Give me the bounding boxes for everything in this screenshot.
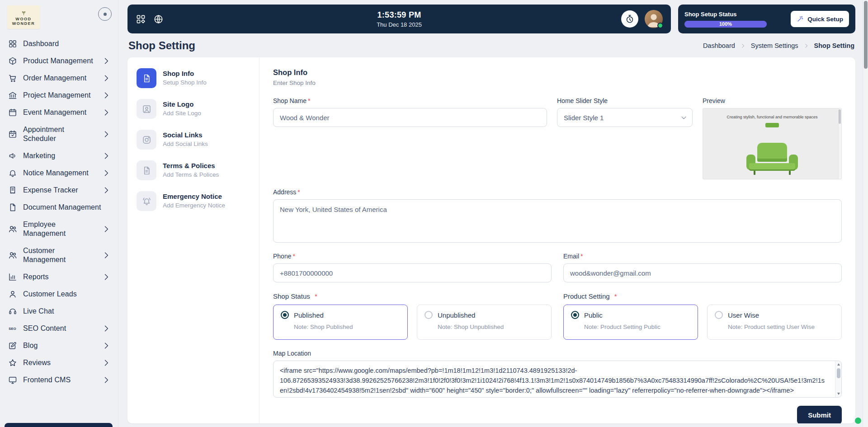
map-location-textarea[interactable]: <iframe src="https://www.google.com/maps… bbox=[273, 361, 842, 398]
scroll-down-arrow-icon[interactable] bbox=[837, 393, 840, 395]
sidebar-item-reviews[interactable]: Reviews bbox=[7, 354, 112, 371]
shop-setup-status-card: Shop Setup Status 100% Quick Setup bbox=[678, 5, 855, 33]
tab-social-links[interactable]: Social Links Add Social Links bbox=[137, 130, 250, 150]
product-setting-option-public[interactable]: Public Note: Product Setting Public bbox=[563, 305, 698, 340]
quick-setup-button[interactable]: Quick Setup bbox=[791, 11, 849, 27]
page-scrollbar-thumb[interactable] bbox=[864, 1, 868, 69]
user-avatar[interactable] bbox=[645, 10, 663, 28]
globe-icon[interactable] bbox=[153, 14, 164, 24]
shop-status-option-unpublished[interactable]: Unpublished Note: Shop Unpublished bbox=[417, 305, 552, 340]
online-status-dot bbox=[657, 23, 663, 28]
shop-status-option-published[interactable]: Published Note: Shop Published bbox=[273, 305, 408, 340]
employee-users-icon bbox=[8, 225, 17, 234]
sidebar-item-customer-leads[interactable]: Customer Leads bbox=[7, 286, 112, 303]
chevron-right-icon bbox=[102, 225, 111, 234]
form-subheading: Enter Shop Info bbox=[273, 80, 842, 86]
phone-input[interactable] bbox=[273, 263, 552, 282]
option-note: Note: Shop Unpublished bbox=[438, 324, 544, 330]
logo-text-line1: WOOD bbox=[9, 17, 38, 21]
tab-terms-polices[interactable]: Terms & Polices Add Terms & Polices bbox=[137, 160, 250, 180]
sidebar-item-seo-content[interactable]: SEO SEO Content bbox=[7, 320, 112, 337]
product-setting-option-user-wise[interactable]: User Wise Note: Product setting User Wis… bbox=[707, 305, 842, 340]
sidebar-item-employee-management[interactable]: Employee Management bbox=[7, 216, 112, 242]
sidebar-item-partial[interactable] bbox=[5, 423, 113, 427]
address-textarea[interactable]: New York, United States of America bbox=[273, 199, 842, 243]
sidebar-item-event-management[interactable]: Event Management bbox=[7, 104, 112, 121]
logo-text-line2: WONDER bbox=[9, 21, 38, 26]
collapse-dot-icon bbox=[104, 13, 107, 16]
magic-wand-icon bbox=[797, 15, 804, 23]
sidebar-item-document-management[interactable]: Document Management bbox=[7, 199, 112, 216]
chevron-right-icon bbox=[102, 56, 111, 66]
sidebar-item-order-management[interactable]: Order Management bbox=[7, 70, 112, 87]
email-input[interactable] bbox=[563, 263, 842, 282]
project-building-icon bbox=[8, 91, 17, 100]
sidebar-item-customer-management[interactable]: Customer Management bbox=[7, 242, 112, 268]
form-heading: Shop Info bbox=[273, 68, 842, 77]
breadcrumb-dashboard[interactable]: Dashboard bbox=[703, 42, 735, 49]
shop-name-input[interactable] bbox=[273, 108, 547, 127]
reports-chart-icon bbox=[8, 272, 17, 282]
event-calendar-icon bbox=[8, 108, 17, 117]
sidebar-item-frontend-cms[interactable]: Frontend CMS bbox=[7, 371, 112, 389]
sidebar-item-project-management[interactable]: Project Management bbox=[7, 87, 112, 104]
breadcrumb: Dashboard System Settings Shop Setting bbox=[703, 42, 854, 49]
sidebar-item-appointment-scheduler[interactable]: Appointment Scheduler bbox=[7, 121, 112, 147]
expense-receipt-icon bbox=[8, 186, 17, 195]
sidebar-item-product-management[interactable]: Product Management bbox=[7, 52, 112, 70]
sidebar-item-blog[interactable]: Blog bbox=[7, 337, 112, 354]
floating-status-dot[interactable] bbox=[855, 418, 861, 424]
scroll-up-arrow-icon[interactable] bbox=[837, 363, 840, 366]
setup-status-label: Shop Setup Status bbox=[684, 11, 767, 18]
shop-info-file-icon bbox=[137, 68, 156, 88]
submit-button[interactable]: Submit bbox=[797, 406, 842, 423]
chevron-right-icon bbox=[803, 43, 809, 49]
page-title: Shop Setting bbox=[128, 39, 195, 52]
social-links-icon bbox=[137, 130, 156, 150]
chevron-right-icon bbox=[102, 341, 111, 350]
page-scrollbar[interactable] bbox=[863, 0, 868, 427]
radio-unselected-icon[interactable] bbox=[425, 311, 433, 319]
map-location-label: Map Location bbox=[273, 350, 842, 357]
shop-name-label: Shop Name* bbox=[273, 97, 547, 104]
address-label: Address* bbox=[273, 188, 842, 196]
sidebar-item-reports[interactable]: Reports bbox=[7, 268, 112, 286]
frontend-monitor-icon bbox=[8, 375, 17, 385]
home-slider-style-label: Home Slider Style bbox=[557, 97, 693, 104]
tab-site-logo[interactable]: Site Logo Add Site Logo bbox=[137, 99, 250, 119]
home-slider-style-select[interactable]: Slider Style 1 bbox=[557, 108, 693, 127]
shop-info-form: Shop Info Enter Shop Info Shop Name* Hom… bbox=[259, 57, 855, 423]
sidebar-collapse-button[interactable] bbox=[98, 7, 112, 21]
breadcrumb-system-settings[interactable]: System Settings bbox=[751, 42, 798, 49]
main-area: 1:53:59 PM Thu Dec 18 2025 Shop Setup St… bbox=[118, 0, 868, 427]
sidebar-item-marketing[interactable]: Marketing bbox=[7, 147, 112, 164]
scrollbar-thumb[interactable] bbox=[837, 368, 840, 378]
appointment-calendar-icon bbox=[8, 130, 17, 139]
email-label: Email* bbox=[563, 253, 842, 260]
slider-preview: Creating stylish, functional and memorab… bbox=[703, 108, 842, 179]
chevron-right-icon bbox=[740, 43, 746, 49]
sidebar-item-live-chat[interactable]: Live Chat bbox=[7, 303, 112, 320]
preview-scrollbar[interactable] bbox=[838, 108, 841, 179]
radio-selected-icon[interactable] bbox=[571, 311, 579, 319]
notice-bell-icon bbox=[8, 169, 17, 178]
radio-selected-icon[interactable] bbox=[281, 311, 289, 319]
apps-grid-icon[interactable] bbox=[136, 14, 146, 24]
phone-label: Phone* bbox=[273, 253, 552, 260]
chevron-right-icon bbox=[102, 251, 111, 260]
chevron-right-icon bbox=[102, 186, 111, 195]
map-scrollbar[interactable] bbox=[835, 361, 841, 397]
tab-shop-info[interactable]: Shop Info Setup Shop Info bbox=[137, 68, 250, 88]
sidebar-item-dashboard[interactable]: Dashboard bbox=[7, 35, 112, 52]
preview-label: Preview bbox=[703, 97, 842, 104]
leads-user-icon bbox=[8, 290, 17, 299]
chevron-right-icon bbox=[102, 108, 111, 117]
clock-date: Thu Dec 18 2025 bbox=[377, 21, 422, 28]
timer-button[interactable] bbox=[621, 10, 638, 28]
radio-unselected-icon[interactable] bbox=[715, 311, 723, 319]
chevron-right-icon bbox=[102, 375, 111, 385]
sidebar-item-notice-management[interactable]: Notice Management bbox=[7, 164, 112, 182]
sidebar-item-expense-tracker[interactable]: Expense Tracker bbox=[7, 182, 112, 199]
tab-emergency-notice[interactable]: Emergency Notice Add Emergency Notice bbox=[137, 191, 250, 211]
chevron-right-icon bbox=[102, 91, 111, 100]
